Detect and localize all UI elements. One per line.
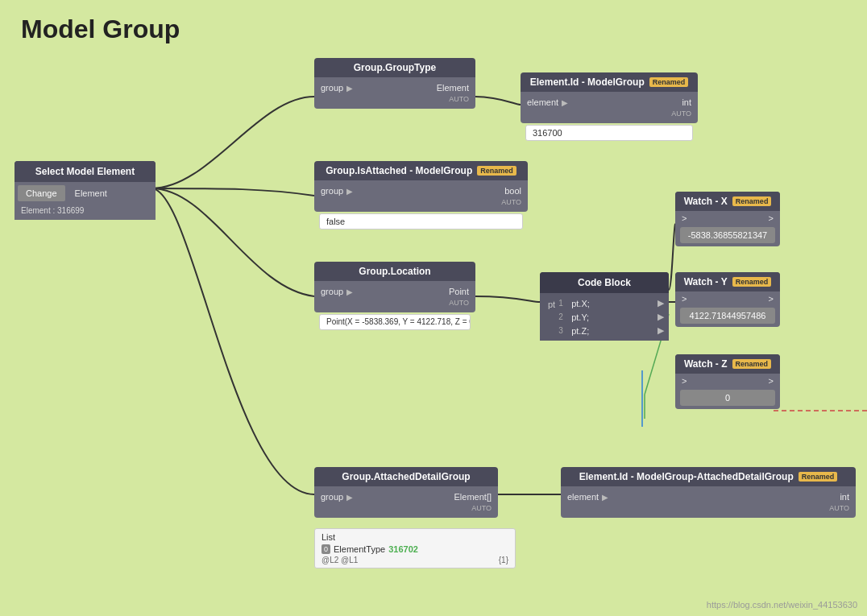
list-item: 0 ElementType 316702 bbox=[321, 544, 508, 554]
code-input-label: pt bbox=[545, 296, 558, 309]
watch-z-label: Watch - Z bbox=[684, 358, 728, 370]
watermark: https://blog.csdn.net/weixin_44153630 bbox=[707, 600, 857, 610]
watch-z-port-in: > bbox=[682, 376, 687, 386]
watch-y-node: Watch - Y Renamed > > 4122.71844957486 bbox=[675, 272, 780, 327]
page-title: Model Group bbox=[6, 6, 194, 52]
watch-z-node: Watch - Z Renamed > > 0 bbox=[675, 354, 780, 409]
list-output-box: List 0 ElementType 316702 @L2 @L1 {1} bbox=[314, 528, 516, 568]
auto-label2: AUTO bbox=[521, 110, 698, 120]
element-id-attached-node: Element.Id - ModelGroup-AttachedDetailGr… bbox=[561, 467, 856, 518]
group-grouptype-header: Group.GroupType bbox=[314, 58, 475, 77]
watch-x-node: Watch - X Renamed > > -5838.36855821347 bbox=[675, 192, 780, 246]
code-row-2: 2 pt.Y; ▶ bbox=[558, 310, 664, 324]
group-attached-detail-node: Group.AttachedDetailGroup group ▶ Elemen… bbox=[314, 467, 498, 518]
watch-y-port-in: > bbox=[682, 294, 687, 304]
element-attached-port-in: element bbox=[567, 492, 599, 502]
code-row-3: 3 pt.Z; ▶ bbox=[558, 324, 664, 337]
group-attached-header: Group.AttachedDetailGroup bbox=[314, 467, 498, 486]
group-port-in: group bbox=[321, 83, 343, 93]
change-button[interactable]: Change bbox=[18, 185, 65, 201]
watch-y-port-out: > bbox=[769, 294, 774, 304]
watch-x-output: -5838.36855821347 bbox=[680, 227, 775, 243]
code-block-node: Code Block pt 1 pt.X; ▶ 2 pt.Y; ▶ 3 pt.Z… bbox=[540, 272, 669, 341]
group-isattached-port-out: bool bbox=[504, 186, 521, 196]
auto-label5: AUTO bbox=[314, 504, 498, 515]
renamed-badge2: Renamed bbox=[477, 166, 516, 176]
element-port-out: int bbox=[682, 97, 691, 107]
auto-label3: AUTO bbox=[314, 198, 528, 209]
list-title: List bbox=[321, 532, 508, 542]
auto-label4: AUTO bbox=[314, 299, 475, 309]
watch-z-port-out: > bbox=[769, 376, 774, 386]
watch-y-header: Watch - Y Renamed bbox=[675, 272, 780, 291]
group-attached-port-in: group bbox=[321, 492, 343, 502]
group-location-port-out: Point bbox=[449, 287, 469, 296]
select-model-element-node: Select Model Element Change Element Elem… bbox=[15, 161, 156, 220]
select-model-element-header: Select Model Element bbox=[15, 161, 156, 182]
group-isattached-port-in: group bbox=[321, 186, 343, 196]
group-isattached-node: Group.IsAttached - ModelGroup Renamed gr… bbox=[314, 161, 528, 234]
watch-z-output: 0 bbox=[680, 390, 775, 406]
watch-y-output: 4122.71844957486 bbox=[680, 308, 775, 324]
isattached-output: false bbox=[319, 213, 523, 229]
element-id-output: 316700 bbox=[525, 125, 693, 141]
element-id-attached-header: Element.Id - ModelGroup-AttachedDetailGr… bbox=[561, 467, 856, 486]
group-location-port-in: group bbox=[321, 287, 343, 296]
list-badge-label: ElementType bbox=[334, 544, 385, 554]
port-arrow: ▶ bbox=[346, 84, 353, 93]
group-location-header: Group.Location bbox=[314, 262, 475, 281]
watch-x-port-in: > bbox=[682, 213, 687, 223]
watch-x-label: Watch - X bbox=[684, 196, 728, 207]
list-footer: @L2 @L1 {1} bbox=[321, 556, 508, 564]
renamed-badge: Renamed bbox=[649, 77, 689, 87]
watch-x-header: Watch - X Renamed bbox=[675, 192, 780, 211]
renamed-badge3: Renamed bbox=[799, 472, 838, 482]
watch-x-badge: Renamed bbox=[732, 196, 772, 206]
list-badge: 0 bbox=[321, 544, 330, 554]
element-port-in: element bbox=[527, 97, 558, 107]
group-isattached-header: Group.IsAttached - ModelGroup Renamed bbox=[314, 161, 528, 180]
group-location-node: Group.Location group ▶ Point AUTO Point(… bbox=[314, 262, 475, 335]
list-value: 316702 bbox=[388, 544, 418, 554]
element-port: Element bbox=[68, 185, 114, 201]
watch-y-badge: Renamed bbox=[732, 277, 772, 287]
group-port-out: Element bbox=[437, 83, 469, 93]
group-attached-port-out: Element[] bbox=[454, 492, 492, 502]
location-output: Point(X = -5838.369, Y = 4122.718, Z = 0… bbox=[319, 314, 471, 330]
watch-z-header: Watch - Z Renamed bbox=[675, 354, 780, 374]
element-attached-port-out: int bbox=[840, 492, 849, 502]
code-block-header: Code Block bbox=[540, 272, 669, 293]
watch-x-port-out: > bbox=[769, 213, 774, 223]
auto-label: AUTO bbox=[314, 95, 475, 105]
auto-label6: AUTO bbox=[561, 504, 856, 515]
code-row-1: 1 pt.X; ▶ bbox=[558, 296, 664, 310]
element-output: Element : 316699 bbox=[15, 205, 156, 220]
group-grouptype-node: Group.GroupType group ▶ Element AUTO bbox=[314, 58, 475, 109]
watch-y-label: Watch - Y bbox=[684, 276, 728, 287]
element-id-header: Element.Id - ModelGroup Renamed bbox=[521, 72, 698, 92]
watch-z-badge: Renamed bbox=[732, 359, 772, 369]
element-id-modelgroup-node: Element.Id - ModelGroup Renamed element … bbox=[521, 72, 698, 146]
